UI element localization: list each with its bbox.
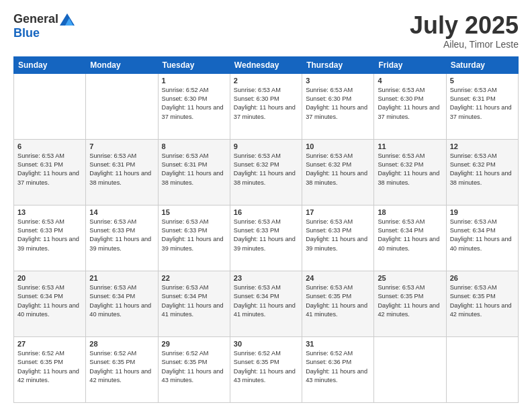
day-number: 6 xyxy=(17,142,82,150)
calendar-cell: 17Sunrise: 6:53 AM Sunset: 6:33 PM Dayli… xyxy=(302,205,374,271)
day-header-thursday: Thursday xyxy=(302,56,374,73)
calendar-cell: 5Sunrise: 6:53 AM Sunset: 6:31 PM Daylig… xyxy=(446,73,518,139)
calendar-cell: 22Sunrise: 6:53 AM Sunset: 6:34 PM Dayli… xyxy=(158,271,230,336)
day-number: 30 xyxy=(234,340,298,348)
day-header-monday: Monday xyxy=(86,56,158,73)
calendar-cell: 28Sunrise: 6:52 AM Sunset: 6:35 PM Dayli… xyxy=(86,336,158,402)
location: Aileu, Timor Leste xyxy=(410,39,519,50)
day-info: Sunrise: 6:52 AM Sunset: 6:35 PM Dayligh… xyxy=(234,349,298,385)
day-number: 12 xyxy=(450,142,515,150)
day-number: 31 xyxy=(306,340,370,348)
day-header-friday: Friday xyxy=(374,56,446,73)
calendar-cell: 31Sunrise: 6:52 AM Sunset: 6:36 PM Dayli… xyxy=(302,336,374,402)
day-info: Sunrise: 6:53 AM Sunset: 6:30 PM Dayligh… xyxy=(306,86,370,122)
calendar-week-5: 27Sunrise: 6:52 AM Sunset: 6:35 PM Dayli… xyxy=(14,336,519,402)
calendar-cell xyxy=(446,336,518,402)
calendar-cell: 12Sunrise: 6:53 AM Sunset: 6:32 PM Dayli… xyxy=(446,139,518,205)
calendar-week-4: 20Sunrise: 6:53 AM Sunset: 6:34 PM Dayli… xyxy=(14,271,519,336)
day-number: 25 xyxy=(378,274,442,282)
calendar-cell: 30Sunrise: 6:52 AM Sunset: 6:35 PM Dayli… xyxy=(230,336,302,402)
day-number: 15 xyxy=(162,208,226,216)
calendar-cell: 18Sunrise: 6:53 AM Sunset: 6:34 PM Dayli… xyxy=(374,205,446,271)
day-number: 28 xyxy=(89,340,154,348)
day-info: Sunrise: 6:53 AM Sunset: 6:32 PM Dayligh… xyxy=(450,152,515,187)
day-info: Sunrise: 6:53 AM Sunset: 6:31 PM Dayligh… xyxy=(89,152,154,187)
day-info: Sunrise: 6:53 AM Sunset: 6:34 PM Dayligh… xyxy=(234,283,298,319)
day-number: 14 xyxy=(89,208,154,216)
day-info: Sunrise: 6:53 AM Sunset: 6:31 PM Dayligh… xyxy=(17,152,82,187)
day-number: 3 xyxy=(306,77,370,85)
day-info: Sunrise: 6:53 AM Sunset: 6:34 PM Dayligh… xyxy=(89,283,154,319)
calendar-cell: 7Sunrise: 6:53 AM Sunset: 6:31 PM Daylig… xyxy=(86,139,158,205)
day-number: 9 xyxy=(234,142,298,150)
calendar-cell: 2Sunrise: 6:53 AM Sunset: 6:30 PM Daylig… xyxy=(230,73,302,139)
logo-blue: Blue xyxy=(13,26,40,40)
day-info: Sunrise: 6:53 AM Sunset: 6:30 PM Dayligh… xyxy=(234,86,298,122)
calendar-cell: 9Sunrise: 6:53 AM Sunset: 6:32 PM Daylig… xyxy=(230,139,302,205)
calendar-cell: 26Sunrise: 6:53 AM Sunset: 6:35 PM Dayli… xyxy=(446,271,518,336)
day-number: 4 xyxy=(378,77,442,85)
day-number: 5 xyxy=(450,77,515,85)
calendar-cell xyxy=(14,73,86,139)
calendar-cell xyxy=(374,336,446,402)
day-info: Sunrise: 6:52 AM Sunset: 6:35 PM Dayligh… xyxy=(17,349,82,385)
day-number: 1 xyxy=(162,77,226,85)
calendar-cell: 3Sunrise: 6:53 AM Sunset: 6:30 PM Daylig… xyxy=(302,73,374,139)
calendar-table: SundayMondayTuesdayWednesdayThursdayFrid… xyxy=(13,56,519,403)
calendar-cell: 16Sunrise: 6:53 AM Sunset: 6:33 PM Dayli… xyxy=(230,205,302,271)
day-info: Sunrise: 6:53 AM Sunset: 6:35 PM Dayligh… xyxy=(306,283,370,319)
calendar-cell: 11Sunrise: 6:53 AM Sunset: 6:32 PM Dayli… xyxy=(374,139,446,205)
header: General Blue July 2025 Aileu, Timor Lest… xyxy=(13,12,519,50)
calendar-cell: 19Sunrise: 6:53 AM Sunset: 6:34 PM Dayli… xyxy=(446,205,518,271)
day-number: 29 xyxy=(162,340,226,348)
day-number: 7 xyxy=(89,142,154,150)
day-info: Sunrise: 6:53 AM Sunset: 6:34 PM Dayligh… xyxy=(17,283,82,319)
calendar-cell xyxy=(86,73,158,139)
day-info: Sunrise: 6:53 AM Sunset: 6:31 PM Dayligh… xyxy=(450,86,515,122)
page: General Blue July 2025 Aileu, Timor Lest… xyxy=(0,0,532,411)
day-info: Sunrise: 6:53 AM Sunset: 6:33 PM Dayligh… xyxy=(306,218,370,253)
day-number: 22 xyxy=(162,274,226,282)
calendar-cell: 4Sunrise: 6:53 AM Sunset: 6:30 PM Daylig… xyxy=(374,73,446,139)
day-header-wednesday: Wednesday xyxy=(230,56,302,73)
day-info: Sunrise: 6:53 AM Sunset: 6:34 PM Dayligh… xyxy=(378,218,442,253)
logo-icon xyxy=(60,13,75,26)
day-info: Sunrise: 6:53 AM Sunset: 6:33 PM Dayligh… xyxy=(17,218,82,253)
calendar-cell: 23Sunrise: 6:53 AM Sunset: 6:34 PM Dayli… xyxy=(230,271,302,336)
day-info: Sunrise: 6:52 AM Sunset: 6:35 PM Dayligh… xyxy=(162,349,226,385)
calendar-week-1: 1Sunrise: 6:52 AM Sunset: 6:30 PM Daylig… xyxy=(14,73,519,139)
day-info: Sunrise: 6:53 AM Sunset: 6:35 PM Dayligh… xyxy=(378,283,442,319)
calendar-cell: 14Sunrise: 6:53 AM Sunset: 6:33 PM Dayli… xyxy=(86,205,158,271)
day-info: Sunrise: 6:53 AM Sunset: 6:35 PM Dayligh… xyxy=(450,283,515,319)
day-header-tuesday: Tuesday xyxy=(158,56,230,73)
day-number: 8 xyxy=(162,142,226,150)
day-info: Sunrise: 6:53 AM Sunset: 6:31 PM Dayligh… xyxy=(162,152,226,187)
month-title: July 2025 xyxy=(410,12,519,39)
day-info: Sunrise: 6:53 AM Sunset: 6:32 PM Dayligh… xyxy=(378,152,442,187)
logo: General Blue xyxy=(13,12,75,40)
calendar-cell: 27Sunrise: 6:52 AM Sunset: 6:35 PM Dayli… xyxy=(14,336,86,402)
day-info: Sunrise: 6:53 AM Sunset: 6:33 PM Dayligh… xyxy=(162,218,226,253)
day-info: Sunrise: 6:52 AM Sunset: 6:35 PM Dayligh… xyxy=(89,349,154,385)
day-number: 26 xyxy=(450,274,515,282)
day-info: Sunrise: 6:52 AM Sunset: 6:36 PM Dayligh… xyxy=(306,349,370,385)
day-info: Sunrise: 6:53 AM Sunset: 6:34 PM Dayligh… xyxy=(162,283,226,319)
calendar-header-row: SundayMondayTuesdayWednesdayThursdayFrid… xyxy=(14,56,519,73)
day-number: 27 xyxy=(17,340,82,348)
calendar-cell: 24Sunrise: 6:53 AM Sunset: 6:35 PM Dayli… xyxy=(302,271,374,336)
calendar-cell: 8Sunrise: 6:53 AM Sunset: 6:31 PM Daylig… xyxy=(158,139,230,205)
day-header-saturday: Saturday xyxy=(446,56,518,73)
day-number: 2 xyxy=(234,77,298,85)
day-number: 20 xyxy=(17,274,82,282)
title-block: July 2025 Aileu, Timor Leste xyxy=(410,12,519,50)
calendar-cell: 29Sunrise: 6:52 AM Sunset: 6:35 PM Dayli… xyxy=(158,336,230,402)
calendar-cell: 21Sunrise: 6:53 AM Sunset: 6:34 PM Dayli… xyxy=(86,271,158,336)
calendar-cell: 13Sunrise: 6:53 AM Sunset: 6:33 PM Dayli… xyxy=(14,205,86,271)
day-info: Sunrise: 6:52 AM Sunset: 6:30 PM Dayligh… xyxy=(162,86,226,122)
day-number: 21 xyxy=(89,274,154,282)
calendar-week-2: 6Sunrise: 6:53 AM Sunset: 6:31 PM Daylig… xyxy=(14,139,519,205)
day-info: Sunrise: 6:53 AM Sunset: 6:30 PM Dayligh… xyxy=(378,86,442,122)
calendar-cell: 1Sunrise: 6:52 AM Sunset: 6:30 PM Daylig… xyxy=(158,73,230,139)
day-info: Sunrise: 6:53 AM Sunset: 6:32 PM Dayligh… xyxy=(234,152,298,187)
calendar-cell: 25Sunrise: 6:53 AM Sunset: 6:35 PM Dayli… xyxy=(374,271,446,336)
